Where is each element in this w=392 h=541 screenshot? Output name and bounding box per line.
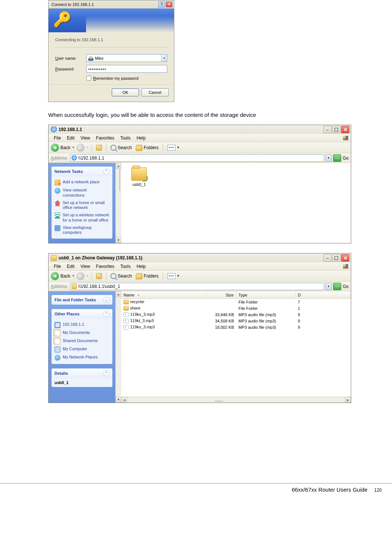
address-input[interactable]: \\192.168.1.1\usb0_1: [70, 283, 324, 290]
menu-view[interactable]: View: [78, 135, 93, 141]
ok-button[interactable]: OK: [112, 88, 139, 96]
dialog-titlebar[interactable]: Connect to 192.168.1.1 ? ✕: [49, 0, 174, 9]
table-row[interactable]: 119ks_3.mp333,846 KBMP3 audio file (mp3)…: [121, 311, 351, 318]
menu-edit[interactable]: Edit: [64, 135, 78, 141]
address-input[interactable]: \\192.168.1.1: [70, 154, 324, 162]
minimize-button[interactable]: –: [323, 254, 332, 262]
views-button[interactable]: ▼: [166, 144, 181, 151]
workgroup-icon: [55, 225, 60, 231]
wireless-icon: [55, 213, 60, 219]
up-button[interactable]: [95, 144, 103, 151]
forward-dropdown[interactable]: ▼: [86, 274, 89, 278]
go-button[interactable]: →: [333, 154, 341, 162]
table-row[interactable]: 119kv_3.mp318,002 KBMP3 audio file (mp3)…: [121, 324, 351, 330]
back-button[interactable]: ◄: [51, 144, 59, 152]
toolbar: ◄ Back ▼ ► ▼ Search Folders ▼: [49, 142, 351, 153]
back-dropdown[interactable]: ▼: [72, 146, 75, 149]
back-button[interactable]: ◄: [51, 272, 59, 280]
search-button[interactable]: Search: [109, 272, 134, 280]
scroll-up[interactable]: ▲: [116, 163, 121, 169]
table-row[interactable]: recyclerFile Folder7: [121, 299, 351, 305]
window-titlebar[interactable]: usb0_1 on Zhone Gateway (192.168.1.1) – …: [49, 253, 351, 262]
scroll-left[interactable]: ◄: [121, 397, 127, 403]
menu-view[interactable]: View: [78, 264, 93, 269]
collapse-icon[interactable]: ⌃: [103, 311, 109, 317]
task-setup-wireless[interactable]: Set up a wireless network for a home or …: [55, 212, 109, 224]
table-row[interactable]: shareFile Folder1: [121, 305, 351, 311]
cancel-button[interactable]: Cancel: [141, 88, 169, 96]
menu-help[interactable]: Help: [134, 135, 149, 141]
maximize-button[interactable]: ☐: [332, 254, 340, 262]
close-button[interactable]: ✕: [341, 126, 349, 133]
collapse-icon[interactable]: ⌃: [103, 168, 109, 174]
menu-edit[interactable]: Edit: [64, 264, 78, 269]
go-label: Go: [343, 155, 349, 161]
remember-checkbox[interactable]: [86, 76, 91, 81]
task-view-connections[interactable]: View network connections: [55, 187, 109, 199]
scroll-down[interactable]: ▼: [116, 397, 121, 403]
back-dropdown[interactable]: ▼: [72, 274, 75, 278]
views-button[interactable]: ▼: [166, 272, 181, 280]
task-setup-home-net[interactable]: Set up a home or small office network: [55, 199, 109, 212]
documents-icon: [55, 338, 60, 344]
menu-help[interactable]: Help: [134, 264, 149, 269]
table-row[interactable]: 119kt_3.mp334,508 KBMP3 audio file (mp3)…: [121, 318, 351, 324]
network-tasks-header[interactable]: Network Tasks ⌃: [52, 167, 112, 176]
sidepanel-scrollbar[interactable]: ▲ ▼: [115, 291, 121, 403]
col-name[interactable]: Name: [121, 291, 207, 298]
mp3-file-icon: [123, 319, 129, 323]
window-titlebar[interactable]: 192.168.1.1 – ☐ ✕: [49, 125, 351, 134]
scroll-right[interactable]: ►: [345, 397, 351, 403]
task-view-workgroup[interactable]: View workgroup computers: [55, 224, 109, 237]
col-type[interactable]: Type: [236, 291, 296, 298]
menu-tools[interactable]: Tools: [117, 135, 134, 141]
folders-button[interactable]: Folders: [135, 144, 160, 151]
horizontal-scrollbar[interactable]: ◄ ►: [121, 397, 351, 403]
up-button[interactable]: [95, 272, 103, 280]
address-label: Address: [51, 155, 67, 161]
file-list[interactable]: recyclerFile Folder7shareFile Folder1119…: [121, 299, 351, 397]
menu-favorites[interactable]: Favorites: [93, 264, 117, 269]
folders-button[interactable]: Folders: [135, 272, 160, 280]
place-my-documents[interactable]: My Documents: [55, 329, 109, 337]
address-dropdown[interactable]: ▾: [326, 283, 332, 290]
forward-button[interactable]: ►: [76, 272, 85, 280]
content-area[interactable]: usb0_1: [121, 163, 351, 243]
col-size[interactable]: Size: [207, 291, 236, 298]
details-header[interactable]: Details ⌃: [52, 368, 112, 378]
menu-tools[interactable]: Tools: [117, 264, 134, 269]
forward-dropdown[interactable]: ▼: [86, 146, 89, 149]
scroll-thumb[interactable]: [214, 401, 223, 401]
collapse-icon[interactable]: ⌃: [103, 370, 109, 376]
search-button[interactable]: Search: [109, 144, 134, 151]
forward-button[interactable]: ►: [76, 144, 85, 152]
menu-file[interactable]: File: [51, 135, 64, 141]
minimize-button[interactable]: –: [323, 126, 332, 133]
col-date[interactable]: D: [296, 291, 351, 298]
keys-icon: 🔑: [53, 11, 72, 28]
task-add-network-place[interactable]: Add a network place: [55, 178, 109, 187]
expand-icon[interactable]: ⌄: [103, 297, 109, 303]
other-places-header[interactable]: Other Places ⌃: [52, 309, 112, 319]
scroll-up[interactable]: ▲: [116, 291, 121, 297]
place-shared-documents[interactable]: Shared Documents: [55, 337, 109, 345]
mp3-file-icon: [123, 325, 129, 329]
share-folder-item[interactable]: usb0_1: [124, 167, 154, 187]
place-network-places[interactable]: My Network Places: [55, 354, 109, 362]
place-router[interactable]: 192.168.1.1: [55, 321, 109, 329]
scroll-down[interactable]: ▼: [116, 237, 121, 243]
close-button[interactable]: ✕: [166, 1, 172, 7]
password-input[interactable]: ••••••••••: [86, 65, 167, 73]
username-input[interactable]: Mike ▾: [86, 54, 167, 62]
username-dropdown[interactable]: ▾: [161, 55, 167, 62]
close-button[interactable]: ✕: [341, 254, 349, 262]
go-button[interactable]: →: [333, 283, 341, 290]
file-folder-tasks-header[interactable]: File and Folder Tasks ⌄: [52, 295, 112, 305]
place-my-computer[interactable]: My Computer: [55, 345, 109, 354]
help-button[interactable]: ?: [158, 1, 165, 7]
maximize-button[interactable]: ☐: [332, 126, 340, 133]
menu-favorites[interactable]: Favorites: [93, 135, 117, 141]
address-dropdown[interactable]: ▾: [326, 154, 332, 162]
menu-file[interactable]: File: [51, 264, 64, 269]
sidepanel-scrollbar[interactable]: ▲ ▼: [115, 163, 121, 243]
